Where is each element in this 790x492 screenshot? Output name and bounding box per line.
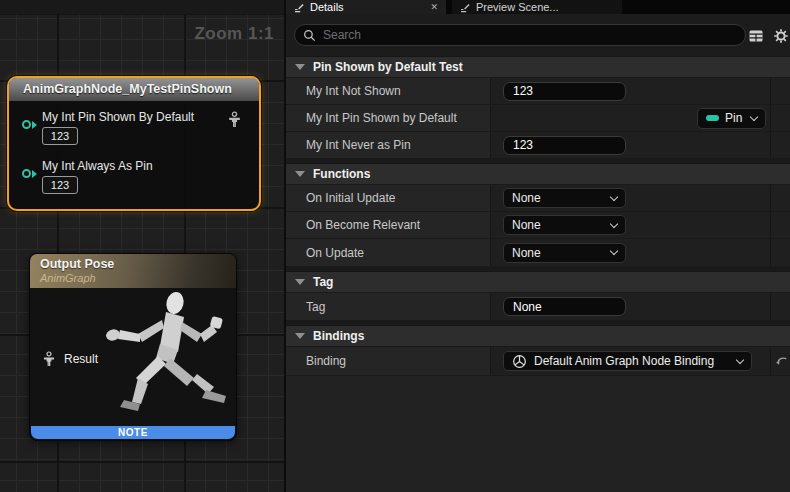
binding-sphere-icon (512, 354, 527, 369)
int-value-input[interactable] (503, 136, 626, 155)
zoom-level-label: Zoom 1:1 (194, 24, 274, 44)
property-row: Binding Default Anim Graph Node Binding (286, 347, 790, 376)
pin-value-input[interactable] (42, 176, 78, 194)
category-header[interactable]: Pin Shown by Default Test (286, 56, 790, 78)
property-row: On Update None (286, 239, 790, 267)
category-header[interactable]: Tag (286, 271, 790, 293)
output-node-title: Output Pose (40, 257, 236, 271)
close-icon[interactable]: ✕ (430, 2, 438, 12)
details-icon (294, 2, 305, 13)
collapse-triangle-icon (295, 333, 305, 339)
pin-label: My Int Pin Shown By Default (42, 110, 194, 124)
unreal-editor-screen: Zoom 1:1 AnimGraphNode_MyTestPinShown My… (0, 0, 790, 492)
tag-input[interactable] (503, 297, 626, 316)
anim-graph-canvas[interactable]: Zoom 1:1 AnimGraphNode_MyTestPinShown My… (0, 0, 284, 492)
pose-person-icon (42, 351, 56, 367)
pin-arrow (32, 170, 37, 178)
category-header[interactable]: Functions (286, 163, 790, 185)
anim-graph-test-node[interactable]: AnimGraphNode_MyTestPinShown My Int Pin … (7, 76, 261, 211)
property-label: On Initial Update (306, 191, 395, 205)
collapse-triangle-icon (295, 279, 305, 285)
pin-visibility-dropdown[interactable]: Pin (697, 108, 766, 129)
output-node-titlebar[interactable]: Output Pose AnimGraph (30, 254, 236, 288)
pin-dot (22, 169, 31, 178)
property-label: On Update (306, 246, 364, 260)
function-dropdown[interactable]: None (503, 243, 626, 263)
chevron-down-icon (610, 192, 618, 200)
pin-label: My Int Always As Pin (42, 159, 153, 173)
property-row: On Initial Update None (286, 185, 790, 212)
property-row: My Int Pin Shown by Default Pin (286, 105, 790, 132)
property-row: My Int Not Shown (286, 78, 790, 105)
search-input[interactable] (323, 28, 737, 42)
property-label: My Int Never as Pin (306, 138, 411, 152)
details-icon (460, 2, 471, 13)
reset-arrow-icon[interactable] (774, 354, 788, 368)
pin-value-input[interactable] (42, 127, 78, 145)
graph-top-strip (0, 0, 284, 15)
chevron-down-icon (610, 219, 618, 227)
settings-icon[interactable] (773, 28, 789, 44)
panel-tab-bar: Details ✕ Preview Scene... (286, 0, 790, 14)
chevron-down-icon (736, 355, 744, 363)
property-label: Tag (306, 300, 325, 314)
details-panel: Details ✕ Preview Scene... (284, 0, 790, 492)
function-dropdown[interactable]: None (503, 215, 626, 235)
binding-dropdown[interactable]: Default Anim Graph Node Binding (503, 351, 752, 371)
tab-label: Preview Scene... (476, 1, 559, 13)
property-label: On Become Relevant (306, 218, 420, 232)
property-label: My Int Not Shown (306, 84, 401, 98)
node-title[interactable]: AnimGraphNode_MyTestPinShown (9, 78, 259, 101)
property-label: My Int Pin Shown by Default (306, 111, 457, 125)
output-node-subtitle: AnimGraph (40, 272, 236, 284)
note-bar[interactable]: NOTE (31, 426, 235, 439)
mannequin-watermark (96, 290, 234, 422)
search-box[interactable] (294, 24, 746, 46)
tab-preview-scene[interactable]: Preview Scene... (452, 0, 622, 14)
function-dropdown[interactable]: None (503, 188, 626, 208)
pin-capsule-icon (706, 115, 719, 121)
collapse-triangle-icon (295, 171, 305, 177)
display-filter-icon[interactable] (748, 28, 764, 44)
result-pin[interactable]: Result (42, 351, 98, 367)
pose-person-icon[interactable] (227, 111, 242, 128)
pin-circle-icon[interactable] (22, 120, 37, 129)
property-row: On Become Relevant None (286, 212, 790, 239)
pin-dot (22, 120, 31, 129)
property-row: Tag (286, 293, 790, 321)
property-list: Pin Shown by Default Test My Int Not Sho… (286, 56, 790, 376)
output-pose-node[interactable]: Output Pose AnimGraph (29, 253, 237, 441)
pin-circle-icon[interactable] (22, 169, 37, 178)
pin-arrow (32, 121, 37, 129)
result-pin-label: Result (64, 352, 98, 366)
chevron-down-icon (610, 247, 618, 255)
category-header[interactable]: Bindings (286, 325, 790, 347)
tab-details[interactable]: Details ✕ (286, 0, 446, 14)
search-row (286, 14, 790, 56)
tab-label: Details (310, 1, 344, 13)
int-value-input[interactable] (503, 82, 626, 101)
chevron-down-icon (750, 112, 758, 120)
property-label: Binding (306, 354, 346, 368)
property-row: My Int Never as Pin (286, 132, 790, 159)
collapse-triangle-icon (295, 64, 305, 70)
search-icon (303, 29, 316, 42)
